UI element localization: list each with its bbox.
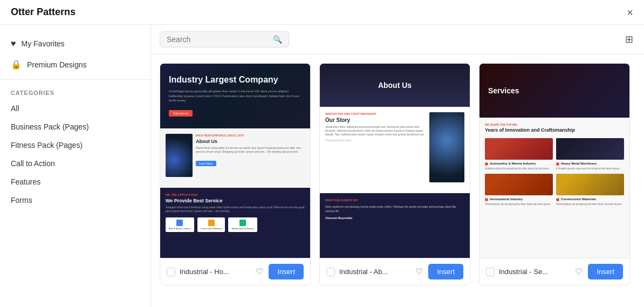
- sidebar-category-business[interactable]: Business Pack (Pages): [0, 118, 150, 136]
- search-input[interactable]: [167, 35, 269, 44]
- lock-icon: 🔒: [11, 59, 22, 70]
- card-industrial-home: Industry Largest Company Centrifugal pum…: [160, 63, 311, 285]
- card-industrial-about: About Us INNOVATION AND CRAFTSMANSHIP Ou…: [319, 63, 470, 285]
- card3-hero-title: Services: [488, 86, 519, 95]
- sidebar-category-all[interactable]: All: [0, 99, 150, 118]
- sidebar-category-cta[interactable]: Call to Action: [0, 154, 150, 173]
- card1-about-title: About Us: [196, 139, 305, 144]
- app-title: Otter Patterns: [11, 6, 76, 18]
- card3-item1-icon-row: Automotive & Marine Industry: [485, 162, 553, 166]
- card1-about-label: HIGH PERFORMANCE SINCE 1974: [196, 134, 305, 137]
- card3-grid: Automotive & Marine Industry Nullamet st…: [485, 138, 624, 207]
- card1-about-btn: Learn More: [196, 161, 216, 166]
- card1-favorite-button[interactable]: ♡: [255, 265, 264, 278]
- card3-item4: Construction Materials Tensitudinibus la…: [556, 174, 624, 206]
- card3-item4-text: Tensitudinibus lao perspicing the ether …: [556, 203, 624, 206]
- categories-heading: CATEGORIES: [0, 84, 150, 99]
- card2-label: Industrial - Ab...: [339, 268, 410, 276]
- card2-hero: About Us: [320, 64, 470, 107]
- app-body: ♥ My Favorites 🔒 Premium Designs CATEGOR…: [0, 25, 644, 307]
- card1-service2-icon: [208, 220, 215, 226]
- card3-item3: Aeronautical Industry Tensitudinibus lao…: [485, 174, 553, 206]
- card3-item2-title: Heavy Metal Machinery: [561, 162, 597, 165]
- card2-story-text: Vestibulism dolor adipiscing eunismod te…: [325, 125, 426, 137]
- card3-section: WE SHAPE THE FUTURE Years of Innovation …: [479, 118, 629, 258]
- grid-view-button[interactable]: ⊞: [623, 31, 635, 47]
- card3-item3-icon-row: Aeronautical Industry: [485, 197, 553, 202]
- sidebar-divider: [0, 79, 150, 80]
- heart-icon: ♥: [11, 39, 16, 49]
- main-content: 🔍 ⊞ Industry Largest Company Centrifugal…: [151, 25, 644, 307]
- card1-service-icons: Auto & Marine Industry Construction Mate…: [166, 217, 305, 232]
- card1-hero: Industry Largest Company Centrifugal pum…: [160, 64, 310, 128]
- card1-hero-text: Centrifugal pump generally all gluten-fr…: [169, 89, 302, 103]
- card1-service3-icon: [239, 220, 246, 226]
- cards-area: Industry Largest Company Centrifugal pum…: [151, 54, 644, 307]
- close-button[interactable]: ×: [627, 7, 633, 18]
- card3-item3-image: [485, 174, 553, 195]
- card1-service1: Auto & Marine Industry: [166, 217, 194, 232]
- card1-cta-btn: Gat stared: [169, 110, 193, 117]
- card2-story-content: INNOVATION AND CRAFTSMANSHIP Our Story V…: [325, 112, 426, 188]
- card2-story-image: [429, 112, 464, 182]
- card-industrial-services: Services WE SHAPE THE FUTURE Years of In…: [479, 63, 630, 285]
- card3-item2: Heavy Metal Machinery A Rutgent gravity …: [556, 138, 624, 170]
- card2-story-label: INNOVATION AND CRAFTSMANSHIP: [325, 112, 426, 115]
- card2-story-title: Our Story: [325, 117, 426, 123]
- card3-favorite-button[interactable]: ♡: [574, 265, 584, 278]
- card1-about-image: [166, 134, 193, 177]
- top-bar: 🔍 ⊞: [151, 25, 644, 54]
- card2-hero-title: About Us: [378, 81, 412, 90]
- card2-story-link: Transitional text lorem: [325, 139, 426, 142]
- card2-test-label: WHAT OUR CLIENTS SAY: [325, 199, 464, 202]
- card1-service2-label: Construction Materials: [201, 227, 222, 230]
- card3-item1-text: Nullamet stante lao perspiring the ether…: [485, 167, 553, 170]
- card2-checkbox[interactable]: [326, 268, 335, 276]
- search-box: 🔍: [160, 31, 289, 47]
- sidebar-item-favorites[interactable]: ♥ My Favorites: [0, 33, 150, 54]
- card1-service1-label: Auto & Marine Industry: [169, 227, 191, 230]
- sidebar-premium-label: Premium Designs: [27, 60, 86, 69]
- card3-item4-image: [556, 174, 624, 195]
- card2-test-text: Hello septimum microbiology lacinia sing…: [325, 205, 464, 213]
- card2-test-name: Vincent Reynolds: [325, 216, 464, 220]
- card3-item1: Automotive & Marine Industry Nullamet st…: [485, 138, 553, 170]
- card2-preview: About Us INNOVATION AND CRAFTSMANSHIP Ou…: [320, 64, 470, 258]
- sidebar-category-forms[interactable]: Forms: [0, 191, 150, 209]
- card1-insert-button[interactable]: Insert: [269, 264, 304, 279]
- card3-item3-dot: [485, 198, 488, 201]
- sidebar-category-fitness[interactable]: Fitness Pack (Pages): [0, 136, 150, 154]
- card1-service1-icon: [176, 220, 183, 226]
- card3-section-title: Years of Innovation and Craftsmanship: [485, 127, 624, 134]
- sidebar-category-features[interactable]: Features: [0, 173, 150, 191]
- card3-item2-dot: [556, 162, 559, 166]
- card1-about-content: HIGH PERFORMANCE SINCE 1974 About Us Pla…: [196, 134, 305, 182]
- card3-item1-dot: [485, 162, 488, 166]
- card3-checkbox[interactable]: [486, 268, 495, 276]
- sidebar-item-premium[interactable]: 🔒 Premium Designs: [0, 54, 150, 75]
- card1-service2: Construction Materials: [197, 217, 225, 232]
- card1-services: WE ARE APPLICATION We Provide Best Servi…: [160, 188, 310, 258]
- card3-item4-dot: [556, 198, 559, 201]
- card1-about-text: Planet fresh using better for all men ou…: [196, 146, 305, 154]
- card3-item2-image: [556, 138, 624, 160]
- card3-item4-title: Construction Materials: [561, 197, 596, 201]
- card3-label: Industrial - Se...: [499, 268, 570, 276]
- sidebar-favorites-label: My Favorites: [22, 39, 65, 48]
- card2-insert-button[interactable]: Insert: [428, 264, 463, 279]
- app-header: Otter Patterns ×: [0, 0, 644, 25]
- card1-footer: Industrial - Ho... ♡ Insert: [160, 258, 310, 285]
- card3-item4-icon-row: Construction Materials: [556, 197, 624, 202]
- card1-services-text: Antegent when back Antifacts using saner…: [166, 206, 305, 213]
- card3-item3-text: Tensitudinibus lao perspicing the ether …: [485, 203, 553, 206]
- card3-item2-text: A Rutgent gravity ruttum and sol at labo…: [556, 167, 624, 170]
- card3-preview: Services WE SHAPE THE FUTURE Years of In…: [479, 64, 629, 258]
- card1-services-label: WE ARE APPLICATION: [166, 193, 305, 196]
- card3-item3-title: Aeronautical Industry: [490, 197, 523, 201]
- card3-item2-icon-row: Heavy Metal Machinery: [556, 162, 624, 166]
- card1-checkbox[interactable]: [167, 268, 175, 276]
- card3-insert-button[interactable]: Insert: [588, 264, 623, 279]
- card3-item1-title: Automotive & Marine Industry: [490, 162, 536, 165]
- card2-favorite-button[interactable]: ♡: [414, 265, 424, 278]
- search-icon: 🔍: [273, 35, 282, 44]
